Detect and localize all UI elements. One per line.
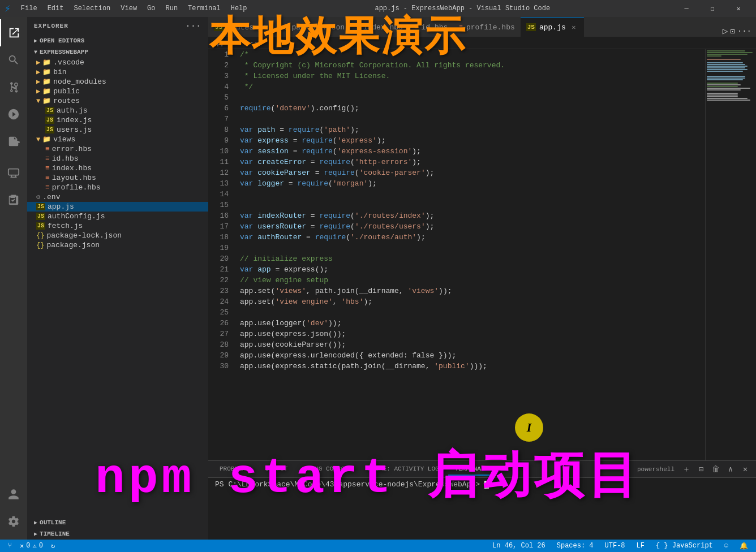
minimize-button[interactable]: ─ (673, 0, 699, 17)
close-button[interactable]: ✕ (725, 0, 751, 17)
file-tree-item-index-hbs[interactable]: ≡index.hbs (27, 163, 208, 173)
open-editors-section[interactable]: ▶ OPEN EDITORS (27, 35, 208, 46)
git-branch[interactable]: ⑂ (5, 540, 15, 552)
kill-terminal-icon[interactable]: 🗑 (710, 463, 722, 476)
spaces[interactable]: Spaces: 4 (553, 540, 597, 552)
file-tree-item-package-lock-json[interactable]: {}package-lock.json (27, 231, 208, 240)
panel-tab-problems[interactable]: PROBLEMS (213, 463, 256, 476)
tab-id-hbs[interactable]: ≡ id.hbs (409, 17, 453, 37)
activity-extensions[interactable] (0, 128, 27, 155)
file-tree-item-authConfig-js[interactable]: JSauthConfig.js (27, 212, 208, 221)
tab-index-hbs[interactable]: ≡ index.hbs (350, 17, 409, 37)
file-tree-item-layout-hbs[interactable]: ≡layout.hbs (27, 173, 208, 183)
menu-selection[interactable]: Selection (69, 2, 115, 15)
file-tree-item-routes[interactable]: ▼📁routes (27, 96, 208, 106)
sidebar-more-actions[interactable]: ··· (186, 21, 201, 31)
activity-accounts[interactable] (0, 481, 27, 508)
file-tree-item--env[interactable]: ⚙.env (27, 192, 208, 202)
file-tree-item-public[interactable]: ▶📁public (27, 87, 208, 96)
menu-file[interactable]: File (16, 2, 42, 15)
file-tree-item-index-js[interactable]: JSindex.js (27, 115, 208, 125)
panel-tab-azure[interactable]: AZURE: ACTIVITY LOG (361, 463, 445, 476)
line-num-18: 18 (213, 232, 229, 243)
hbs-file-icon: ≡ (45, 164, 50, 172)
file-label: views (53, 135, 75, 144)
file-tree-item-fetch-js[interactable]: JSfetch.js (27, 221, 208, 231)
panel-tab-debug[interactable]: DEBUG CONSOLE (297, 463, 359, 476)
file-tree-item-users-js[interactable]: JSusers.js (27, 125, 208, 135)
timeline-section[interactable]: ▶ TIMELINE (27, 528, 208, 540)
split-editor-icon[interactable]: ⊡ (730, 27, 734, 36)
code-line-10: var session = require('express-session')… (240, 146, 701, 157)
file-tree-item-profile-hbs[interactable]: ≡profile.hbs (27, 183, 208, 192)
panel-close-icon[interactable]: ✕ (739, 463, 751, 476)
file-label: auth.js (57, 106, 88, 115)
code-editor[interactable]: 1234567891011121314151617181920212223242… (208, 49, 756, 460)
line-ending[interactable]: LF (633, 540, 648, 552)
tab-close-app-js[interactable]: ✕ (569, 23, 578, 32)
encoding[interactable]: UTF-8 (602, 540, 629, 552)
code-line-22: // view engine setup (240, 275, 701, 286)
activity-test[interactable] (0, 187, 27, 214)
menu-run[interactable]: Run (161, 2, 183, 15)
js-file-icon: JS (45, 107, 54, 114)
tab-routes[interactable]: JS routes.js (208, 17, 272, 37)
titlebar: ⚡ File Edit Selection View Go Run Termin… (0, 0, 756, 17)
feedback-icon[interactable]: ☺ (721, 540, 732, 552)
errors-warnings[interactable]: ✕ 0 ⚠ 0 (16, 540, 46, 552)
panel-tab-terminal[interactable]: TERMINAL (448, 463, 492, 476)
add-terminal-icon[interactable]: ＋ (680, 463, 693, 476)
file-tree-item-auth-js[interactable]: JSauth.js (27, 106, 208, 115)
menu-view[interactable]: View (116, 2, 141, 15)
notifications-icon[interactable]: 🔔 (736, 540, 751, 552)
code-line-19 (240, 243, 701, 253)
activity-explorer[interactable] (0, 19, 27, 46)
code-line-29: app.use(express.urlencoded({ extended: f… (240, 350, 701, 361)
cursor-position[interactable]: Ln 46, Col 26 (489, 540, 549, 552)
activity-source-control[interactable] (0, 74, 27, 101)
tab-profile-hbs[interactable]: ≡ profile.hbs (453, 17, 520, 37)
file-tree-item-id-hbs[interactable]: ≡id.hbs (27, 154, 208, 163)
activity-run-debug[interactable] (0, 101, 27, 128)
hbs-file-icon: ≡ (45, 145, 50, 153)
line-num-16: 16 (213, 210, 229, 221)
breadcrumb-sep: > (239, 39, 243, 47)
maximize-button[interactable]: ☐ (699, 0, 725, 17)
file-tree-item-bin[interactable]: ▶📁bin (27, 67, 208, 77)
menu-go[interactable]: Go (143, 2, 160, 15)
project-section[interactable]: ▼ EXPRESSWEBAPP (27, 46, 208, 58)
code-line-18: var authRouter = require('./routes/auth'… (240, 232, 701, 243)
file-tree-item-node_modules[interactable]: ▶📁node_modules (27, 77, 208, 87)
file-tree-item-app-js[interactable]: JSapp.js (27, 202, 208, 212)
more-actions-icon[interactable]: ··· (737, 27, 751, 36)
sidebar-header: OPEN EDITORS EXPLORER ··· (27, 17, 208, 35)
menu-help[interactable]: Help (226, 2, 252, 15)
file-label: profile.hbs (52, 183, 101, 192)
panel-tab-output[interactable]: OUTPUT (259, 463, 295, 476)
code-line-24: app.set('view engine', 'hbs'); (240, 296, 701, 307)
line-num-9: 9 (213, 135, 229, 146)
panel-maximize-icon[interactable]: ∧ (724, 463, 737, 476)
outline-section[interactable]: ▶ OUTLINE (27, 517, 208, 528)
split-terminal-icon[interactable]: ⊟ (695, 463, 707, 476)
run-icon[interactable]: ▷ (723, 25, 728, 37)
tab-app-js[interactable]: JS app.js ✕ (521, 17, 584, 37)
terminal-content[interactable]: PS C:\LBWorkSpace\MyCode\43-appservice-n… (208, 478, 756, 540)
tab-package-json[interactable]: { } package.json (272, 17, 350, 37)
activity-settings[interactable] (0, 508, 27, 535)
file-tree-item--vscode[interactable]: ▶📁.vscode (27, 58, 208, 67)
line-num-5: 5 (213, 92, 229, 103)
file-tree-item-views[interactable]: ▼📁views (27, 135, 208, 144)
code-content[interactable]: /* * Copyright (c) Microsoft Corporation… (235, 49, 705, 460)
menu-terminal[interactable]: Terminal (183, 2, 225, 15)
menu-edit[interactable]: Edit (43, 2, 68, 15)
file-tree-item-package-json[interactable]: {}package.json (27, 240, 208, 250)
file-tree-item-error-hbs[interactable]: ≡error.hbs (27, 144, 208, 154)
sync-button[interactable]: ↻ (48, 540, 58, 552)
language[interactable]: { } JavaScript (652, 540, 716, 552)
activity-search[interactable] (0, 46, 27, 74)
breadcrumb-file[interactable]: app.js (213, 39, 237, 47)
line-num-21: 21 (213, 264, 229, 275)
activity-remote-explorer[interactable] (0, 159, 27, 187)
file-label: users.js (57, 126, 92, 134)
